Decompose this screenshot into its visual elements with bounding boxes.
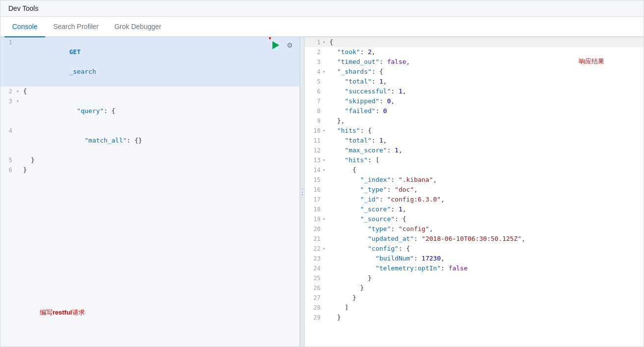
resp-line-10: 10 ▾ "hits": { (305, 126, 644, 136)
resp-line-2: 2 "took": 2, (305, 47, 644, 57)
editor-line-5: 5 } (0, 155, 299, 165)
resp-line-7: 7 "skipped": 0, (305, 96, 644, 106)
tabs-bar: Console Search Profiler Grok Debugger (0, 17, 644, 37)
resp-line-5: 5 "total": 1, (305, 77, 644, 87)
resp-line-28: 28 ] (305, 303, 644, 313)
editor-annotation: 编写restful请求 (40, 308, 85, 317)
response-panel: 响应结果 1 ▾ { 2 "took": 2, 3 (305, 37, 644, 347)
resp-line-24: 24 "telemetry:optIn": false (305, 263, 644, 273)
dev-tools-window: Dev Tools Console Search Profiler Grok D… (0, 0, 644, 347)
tab-console[interactable]: Console (4, 17, 45, 37)
resp-line-13: 13 ▾ "hits": [ (305, 155, 644, 165)
resp-line-17: 17 "_id": "config:6.3.0", (305, 195, 644, 204)
token-path: _search (69, 68, 96, 75)
editor-line-2: 2 ▾ { (0, 87, 299, 96)
panel-divider[interactable]: ⋮ (300, 37, 305, 347)
editor-line-4: 4 "match_all": {} (0, 126, 299, 155)
resp-line-26: 26 } (305, 283, 644, 293)
editor-panel: 运行按钮 (0, 37, 300, 347)
resp-line-23: 23 "buildNum": 17230, (305, 254, 644, 263)
response-code-area[interactable]: 1 ▾ { 2 "took": 2, 3 "timed_out": false, (305, 37, 644, 347)
settings-button[interactable]: ⚙ (284, 39, 295, 51)
resp-line-3: 3 "timed_out": false, (305, 57, 644, 67)
editor-line-6: 6 } (0, 165, 299, 175)
window-title: Dev Tools (8, 4, 38, 12)
resp-line-9: 9 }, (305, 116, 644, 126)
resp-line-16: 16 "_type": "doc", (305, 185, 644, 195)
resp-line-29: 29 } (305, 313, 644, 322)
resp-line-25: 25 } (305, 273, 644, 283)
tab-grok-debugger[interactable]: Grok Debugger (107, 17, 169, 37)
resp-line-14: 14 ▾ { (305, 165, 644, 175)
resp-line-18: 18 "_score": 1, (305, 204, 644, 214)
resp-line-6: 6 "successful": 1, (305, 87, 644, 96)
resp-line-1: 1 ▾ { (305, 37, 644, 47)
resp-line-4: 4 ▾ "_shards": { (305, 67, 644, 77)
resp-line-15: 15 "_index": ".kibana", (305, 175, 644, 185)
editor-code-area[interactable]: 1 GET _search 2 ▾ { 3 ▾ (0, 37, 299, 347)
run-triangle-icon (272, 41, 279, 49)
wrench-icon: ⚙ (287, 41, 293, 49)
resp-line-12: 12 "max_score": 1, (305, 145, 644, 155)
editor-toolbar: 运行按钮 (270, 39, 295, 51)
resp-line-19: 19 ▾ "_source": { (305, 214, 644, 224)
resp-line-8: 8 "failed": 0 (305, 106, 644, 116)
editor-line-3: 3 ▾ "query": { (0, 96, 299, 126)
main-content: 运行按钮 (0, 37, 644, 347)
tab-search-profiler[interactable]: Search Profiler (45, 17, 107, 37)
resp-line-21: 21 "updated_at": "2018-06-10T06:30:50.12… (305, 234, 644, 244)
run-btn-container: 运行按钮 (270, 39, 282, 51)
resp-line-11: 11 "total": 1, (305, 136, 644, 145)
resp-line-22: 22 ▾ "config": { (305, 244, 644, 254)
run-button[interactable] (270, 39, 282, 51)
title-bar: Dev Tools (0, 0, 644, 17)
resp-line-20: 20 "type": "config", (305, 224, 644, 234)
resp-line-27: 27 } (305, 293, 644, 303)
token-get: GET (69, 48, 80, 56)
editor-line-1: 1 GET _search (0, 37, 299, 87)
